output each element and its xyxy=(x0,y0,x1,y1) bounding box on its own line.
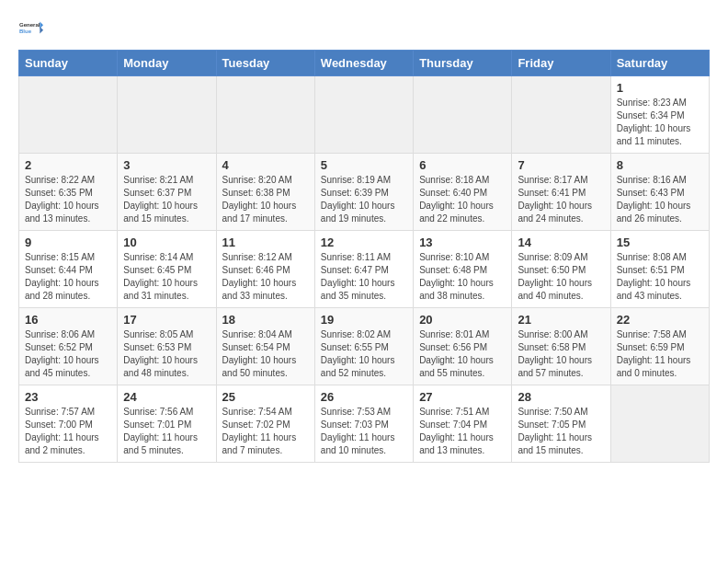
day-info: Sunrise: 8:17 AMSunset: 6:41 PMDaylight:… xyxy=(518,174,604,225)
day-number: 18 xyxy=(222,313,309,327)
day-info: Sunrise: 8:06 AMSunset: 6:52 PMDaylight:… xyxy=(25,328,111,380)
calendar-cell xyxy=(610,385,709,463)
calendar-cell: 23Sunrise: 7:57 AMSunset: 7:00 PMDayligh… xyxy=(19,385,118,463)
calendar-cell: 12Sunrise: 8:11 AMSunset: 6:47 PMDayligh… xyxy=(314,231,413,308)
day-number: 3 xyxy=(123,158,210,172)
day-number: 17 xyxy=(123,313,210,327)
calendar-cell: 10Sunrise: 8:14 AMSunset: 6:45 PMDayligh… xyxy=(118,231,216,308)
day-number: 2 xyxy=(25,158,111,172)
calendar-cell: 6Sunrise: 8:18 AMSunset: 6:40 PMDaylight… xyxy=(414,154,512,231)
day-number: 26 xyxy=(321,390,407,404)
calendar-cell: 9Sunrise: 8:15 AMSunset: 6:44 PMDaylight… xyxy=(19,231,118,308)
calendar-cell: 14Sunrise: 8:09 AMSunset: 6:50 PMDayligh… xyxy=(512,231,610,308)
weekday-header-sunday: Sunday xyxy=(19,51,118,76)
day-info: Sunrise: 8:14 AMSunset: 6:45 PMDaylight:… xyxy=(123,251,210,303)
day-number: 11 xyxy=(222,236,309,249)
day-number: 28 xyxy=(518,390,604,404)
calendar-cell xyxy=(512,76,610,154)
calendar-cell: 26Sunrise: 7:53 AMSunset: 7:03 PMDayligh… xyxy=(314,385,413,463)
day-number: 22 xyxy=(617,313,703,327)
calendar-cell: 20Sunrise: 8:01 AMSunset: 6:56 PMDayligh… xyxy=(414,308,512,385)
day-info: Sunrise: 8:04 AMSunset: 6:54 PMDaylight:… xyxy=(222,328,309,380)
weekday-header-friday: Friday xyxy=(512,51,610,76)
weekday-header-monday: Monday xyxy=(118,51,216,76)
day-number: 20 xyxy=(419,313,506,327)
svg-marker-3 xyxy=(40,27,43,33)
day-number: 9 xyxy=(25,236,111,249)
day-number: 27 xyxy=(419,390,506,404)
calendar-cell: 2Sunrise: 8:22 AMSunset: 6:35 PMDaylight… xyxy=(19,154,118,231)
calendar-cell: 1Sunrise: 8:23 AMSunset: 6:34 PMDaylight… xyxy=(610,76,709,154)
weekday-header-saturday: Saturday xyxy=(610,51,709,76)
day-number: 23 xyxy=(25,390,111,404)
calendar-cell: 5Sunrise: 8:19 AMSunset: 6:39 PMDaylight… xyxy=(314,154,413,231)
weekday-header-row: SundayMondayTuesdayWednesdayThursdayFrid… xyxy=(19,51,710,76)
day-number: 13 xyxy=(419,236,506,249)
weekday-header-thursday: Thursday xyxy=(414,51,512,76)
day-info: Sunrise: 8:08 AMSunset: 6:51 PMDaylight:… xyxy=(617,251,703,303)
calendar-cell: 18Sunrise: 8:04 AMSunset: 6:54 PMDayligh… xyxy=(216,308,314,385)
day-number: 21 xyxy=(518,313,604,327)
day-info: Sunrise: 8:15 AMSunset: 6:44 PMDaylight:… xyxy=(25,251,111,303)
day-info: Sunrise: 8:09 AMSunset: 6:50 PMDaylight:… xyxy=(518,251,604,303)
calendar-cell xyxy=(216,76,314,154)
day-number: 4 xyxy=(222,158,309,172)
day-info: Sunrise: 8:21 AMSunset: 6:37 PMDaylight:… xyxy=(123,174,210,225)
day-number: 14 xyxy=(518,236,604,249)
calendar-cell: 25Sunrise: 7:54 AMSunset: 7:02 PMDayligh… xyxy=(216,385,314,463)
day-info: Sunrise: 8:16 AMSunset: 6:43 PMDaylight:… xyxy=(617,174,703,225)
calendar-cell: 3Sunrise: 8:21 AMSunset: 6:37 PMDaylight… xyxy=(118,154,216,231)
week-row-4: 16Sunrise: 8:06 AMSunset: 6:52 PMDayligh… xyxy=(19,308,710,385)
day-number: 1 xyxy=(617,81,703,95)
calendar-cell: 11Sunrise: 8:12 AMSunset: 6:46 PMDayligh… xyxy=(216,231,314,308)
day-info: Sunrise: 7:57 AMSunset: 7:00 PMDaylight:… xyxy=(25,406,111,457)
day-number: 19 xyxy=(321,313,407,327)
day-info: Sunrise: 8:00 AMSunset: 6:58 PMDaylight:… xyxy=(518,328,604,380)
day-info: Sunrise: 8:20 AMSunset: 6:38 PMDaylight:… xyxy=(222,174,309,225)
day-info: Sunrise: 7:58 AMSunset: 6:59 PMDaylight:… xyxy=(617,328,703,380)
calendar-cell: 4Sunrise: 8:20 AMSunset: 6:38 PMDaylight… xyxy=(216,154,314,231)
calendar-cell: 15Sunrise: 8:08 AMSunset: 6:51 PMDayligh… xyxy=(610,231,709,308)
calendar-cell: 7Sunrise: 8:17 AMSunset: 6:41 PMDaylight… xyxy=(512,154,610,231)
calendar-cell: 21Sunrise: 8:00 AMSunset: 6:58 PMDayligh… xyxy=(512,308,610,385)
day-number: 16 xyxy=(25,313,111,327)
page: GeneralBlue SundayMondayTuesdayWednesday… xyxy=(0,0,728,477)
day-info: Sunrise: 8:23 AMSunset: 6:34 PMDaylight:… xyxy=(617,97,703,148)
day-info: Sunrise: 7:56 AMSunset: 7:01 PMDaylight:… xyxy=(123,406,210,457)
calendar-cell xyxy=(118,76,216,154)
calendar-cell: 8Sunrise: 8:16 AMSunset: 6:43 PMDaylight… xyxy=(610,154,709,231)
day-info: Sunrise: 7:54 AMSunset: 7:02 PMDaylight:… xyxy=(222,406,309,457)
day-info: Sunrise: 7:53 AMSunset: 7:03 PMDaylight:… xyxy=(321,406,407,457)
day-info: Sunrise: 8:12 AMSunset: 6:46 PMDaylight:… xyxy=(222,251,309,303)
svg-text:General: General xyxy=(19,22,40,28)
day-number: 24 xyxy=(123,390,210,404)
day-info: Sunrise: 8:18 AMSunset: 6:40 PMDaylight:… xyxy=(419,174,506,225)
week-row-3: 9Sunrise: 8:15 AMSunset: 6:44 PMDaylight… xyxy=(19,231,710,308)
day-info: Sunrise: 8:11 AMSunset: 6:47 PMDaylight:… xyxy=(321,251,407,303)
day-number: 25 xyxy=(222,390,309,404)
day-info: Sunrise: 8:01 AMSunset: 6:56 PMDaylight:… xyxy=(419,328,506,380)
weekday-header-wednesday: Wednesday xyxy=(314,51,413,76)
day-number: 10 xyxy=(123,236,210,249)
day-info: Sunrise: 7:51 AMSunset: 7:04 PMDaylight:… xyxy=(419,406,506,457)
calendar-cell xyxy=(19,76,118,154)
calendar-cell: 24Sunrise: 7:56 AMSunset: 7:01 PMDayligh… xyxy=(118,385,216,463)
week-row-1: 1Sunrise: 8:23 AMSunset: 6:34 PMDaylight… xyxy=(19,76,710,154)
week-row-5: 23Sunrise: 7:57 AMSunset: 7:00 PMDayligh… xyxy=(19,385,710,463)
day-info: Sunrise: 8:02 AMSunset: 6:55 PMDaylight:… xyxy=(321,328,407,380)
logo: GeneralBlue xyxy=(18,15,44,40)
day-info: Sunrise: 7:50 AMSunset: 7:05 PMDaylight:… xyxy=(518,406,604,457)
header: GeneralBlue xyxy=(18,15,710,40)
calendar-cell: 27Sunrise: 7:51 AMSunset: 7:04 PMDayligh… xyxy=(414,385,512,463)
svg-text:Blue: Blue xyxy=(19,29,32,34)
day-info: Sunrise: 8:22 AMSunset: 6:35 PMDaylight:… xyxy=(25,174,111,225)
day-info: Sunrise: 8:19 AMSunset: 6:39 PMDaylight:… xyxy=(321,174,407,225)
day-number: 6 xyxy=(419,158,506,172)
weekday-header-tuesday: Tuesday xyxy=(216,51,314,76)
day-number: 5 xyxy=(321,158,407,172)
calendar-cell xyxy=(314,76,413,154)
day-info: Sunrise: 8:05 AMSunset: 6:53 PMDaylight:… xyxy=(123,328,210,380)
calendar-cell: 19Sunrise: 8:02 AMSunset: 6:55 PMDayligh… xyxy=(314,308,413,385)
calendar-table: SundayMondayTuesdayWednesdayThursdayFrid… xyxy=(18,50,710,463)
calendar-cell: 16Sunrise: 8:06 AMSunset: 6:52 PMDayligh… xyxy=(19,308,118,385)
